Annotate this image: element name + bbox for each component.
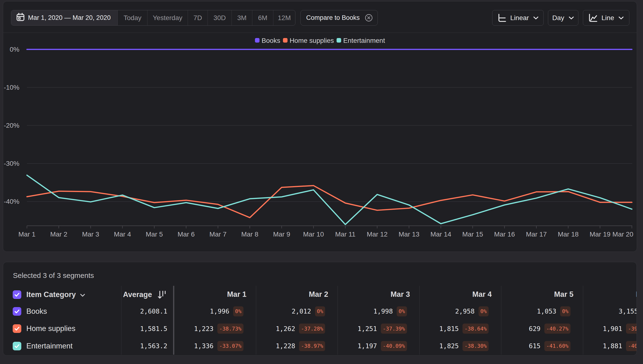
preset-yesterday[interactable]: Yesterday <box>147 10 188 25</box>
row-label: Entertainment <box>26 342 73 350</box>
date-range-button[interactable]: Mar 1, 2020 — Mar 20, 2020 <box>11 10 118 25</box>
table-row-home-supplies: Home supplies <box>13 324 75 333</box>
pct-change-badge: -37.28% <box>299 324 325 334</box>
day-cell: 1,881-40.38% <box>603 341 637 351</box>
day-cell: 1,9960% <box>210 306 243 316</box>
day-value: 629 <box>529 325 540 332</box>
scale-dropdown-label: Linear <box>510 14 529 22</box>
day-value: 1,262 <box>276 325 295 332</box>
day-cell: 2,0120% <box>291 306 325 316</box>
day-column-header: Mar 3 <box>391 290 410 299</box>
y-axis-label: -40% <box>4 198 20 205</box>
day-value: 1,197 <box>358 342 377 350</box>
compare-label: Compare to Books <box>306 14 360 22</box>
day-value: 3,155 <box>618 308 637 315</box>
pct-change-badge: 0% <box>560 306 570 316</box>
preset-today[interactable]: Today <box>118 10 147 25</box>
pct-change-badge: 0% <box>397 306 407 316</box>
x-axis-label: Mar 14 <box>430 230 451 238</box>
remove-compare-icon[interactable] <box>365 14 373 22</box>
x-axis-label: Mar 10 <box>303 230 324 238</box>
day-cell: 1,251-37.39% <box>358 324 407 334</box>
day-value: 1,336 <box>194 342 213 350</box>
x-axis-label: Mar 9 <box>273 230 290 238</box>
table-row-books: Books <box>13 307 47 316</box>
column-divider <box>583 286 583 355</box>
pct-change-badge: -33.07% <box>217 341 243 351</box>
line-chart[interactable]: 0%-10%-20%-30%-40%Mar 1Mar 2Mar 3Mar 4Ma… <box>3 33 637 252</box>
compare-chip[interactable]: Compare to Books <box>300 10 378 26</box>
day-value: 1,223 <box>194 325 213 332</box>
x-axis-label: Mar 4 <box>114 230 131 238</box>
pct-change-badge: -40.38% <box>626 341 637 351</box>
line-chart-icon <box>588 14 597 22</box>
column-divider-thick <box>173 286 174 355</box>
column-divider <box>501 286 501 355</box>
y-axis-label: -10% <box>4 84 20 91</box>
day-value: 1,998 <box>374 308 393 315</box>
day-cell: 1,336-33.07% <box>194 341 243 351</box>
preset-12m[interactable]: 12M <box>273 10 295 25</box>
average-value: 1,563.2 <box>140 341 167 351</box>
average-column-label: Average <box>123 290 152 299</box>
pct-change-badge: 0% <box>315 306 325 316</box>
day-cell: 1,223-38.73% <box>194 324 243 334</box>
select-all-checkbox[interactable] <box>13 290 21 299</box>
x-axis-label: Mar 2 <box>50 230 68 238</box>
x-axis-label: Mar 18 <box>558 230 579 238</box>
group-column-header[interactable]: Item Category <box>26 290 76 299</box>
series-line-entertainment <box>27 175 632 224</box>
column-divider <box>256 286 256 355</box>
row-checkbox[interactable] <box>13 307 21 316</box>
day-value: 1,815 <box>439 325 459 332</box>
pct-change-badge: -38.73% <box>217 324 243 334</box>
preset-7d[interactable]: 7D <box>188 10 208 25</box>
day-cell: 1,228-38.97% <box>276 341 325 351</box>
segments-table-panel: Selected 3 of 3 segments Item CategoryAv… <box>3 262 637 356</box>
chart-panel: Mar 1, 2020 — Mar 20, 2020 TodayYesterda… <box>3 1 637 252</box>
chart-area: BooksHome suppliesEntertainment 0%-10%-2… <box>3 33 637 252</box>
day-column-header: Mar 2 <box>309 290 328 299</box>
x-axis-label: Mar 1 <box>19 230 36 238</box>
day-value: 1,881 <box>603 342 622 350</box>
average-value: 1,581.5 <box>140 324 167 334</box>
preset-30d[interactable]: 30D <box>208 10 231 25</box>
interval-dropdown[interactable]: Day <box>548 10 578 26</box>
scale-dropdown[interactable]: Linear <box>492 10 544 26</box>
x-axis-label: Mar 6 <box>178 230 195 238</box>
day-cell: 1,901-39.75% <box>603 324 637 334</box>
y-axis-label: -30% <box>4 160 20 167</box>
pct-change-badge: -38.30% <box>463 341 489 351</box>
pct-change-badge: -40.09% <box>381 341 407 351</box>
day-value: 2,012 <box>291 308 311 315</box>
date-range-group: Mar 1, 2020 — Mar 20, 2020 TodayYesterda… <box>11 10 295 26</box>
chevron-down-icon <box>618 16 624 20</box>
preset-6m[interactable]: 6M <box>252 10 273 25</box>
column-divider <box>338 286 338 355</box>
selected-segments-label: Selected 3 of 3 segments <box>13 272 94 280</box>
pct-change-badge: -39.75% <box>626 324 637 334</box>
day-value: 1,825 <box>439 342 459 350</box>
chevron-down-icon[interactable] <box>80 293 85 297</box>
day-cell: 1,9980% <box>374 306 407 316</box>
day-value: 615 <box>529 342 540 350</box>
x-axis-label: Mar 7 <box>209 230 227 238</box>
chevron-down-icon <box>568 16 574 20</box>
row-checkbox[interactable] <box>13 324 21 333</box>
chart-type-dropdown[interactable]: Line <box>583 10 629 26</box>
preset-3m[interactable]: 3M <box>231 10 252 25</box>
pct-change-badge: 0% <box>233 306 243 316</box>
x-axis-label: Mar 13 <box>399 230 419 238</box>
sort-descending-icon[interactable] <box>158 290 166 300</box>
day-cell: 1,815-38.64% <box>439 324 489 334</box>
calendar-icon <box>16 12 25 23</box>
day-value: 1,228 <box>276 342 295 350</box>
average-column-header[interactable]: Average <box>123 290 166 300</box>
y-axis-label: -20% <box>4 122 20 129</box>
pct-change-badge: 0% <box>479 306 489 316</box>
row-checkbox[interactable] <box>13 342 21 350</box>
pct-change-badge: -38.64% <box>463 324 489 334</box>
table-row-entertainment: Entertainment <box>13 342 73 350</box>
x-axis-label: Mar 17 <box>526 230 547 238</box>
pct-change-badge: -41.60% <box>544 341 570 351</box>
